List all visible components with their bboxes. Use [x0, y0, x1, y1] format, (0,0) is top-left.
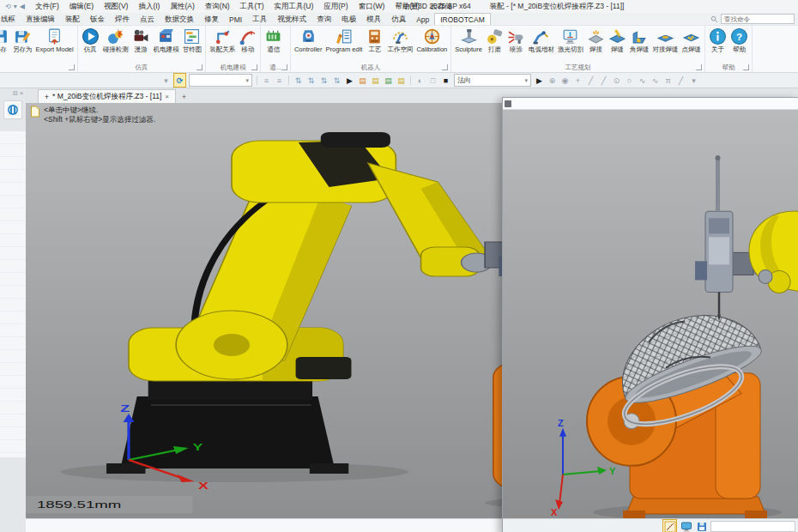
regen-icon[interactable]: ⟳: [173, 73, 186, 88]
sheet-list-icon[interactable]: ▤: [370, 74, 381, 87]
dock-icon[interactable]: ⊟: [13, 90, 18, 97]
align-icon[interactable]: ⇅: [331, 74, 342, 87]
dropdown-caret-icon[interactable]: ▾: [14, 3, 17, 10]
workspace-button[interactable]: 工作空间: [385, 27, 414, 53]
tab-assembly[interactable]: 装配: [60, 13, 85, 25]
tab-inquire[interactable]: 查询: [311, 13, 336, 25]
monitor-icon[interactable]: [680, 520, 692, 532]
menu-insert[interactable]: 插入(I): [133, 2, 165, 12]
undo-icon[interactable]: ⟲: [5, 3, 11, 10]
tab-simulation[interactable]: 仿真: [386, 13, 411, 25]
butt-weld-button[interactable]: 对接焊缝: [650, 27, 680, 53]
point-icon[interactable]: ⊕: [547, 74, 558, 87]
tab-irobotcam[interactable]: IROBOTCAM: [434, 13, 490, 25]
list-icon[interactable]: ≡: [261, 74, 272, 87]
menu-attribute[interactable]: 属性(A): [165, 2, 199, 12]
menu-file[interactable]: 文件(F): [30, 2, 64, 12]
tab-data-exchange[interactable]: 数据交换: [160, 13, 199, 25]
group-expander[interactable]: [69, 64, 75, 70]
document-tab[interactable]: + * M_20iB变位机焊接程序.Z3 - [11] ×: [38, 89, 176, 103]
spline-icon[interactable]: ∿: [650, 74, 661, 87]
secondary-window-titlebar[interactable]: [503, 98, 798, 110]
mechatronics-button[interactable]: 机电建模: [152, 27, 181, 53]
align-icon[interactable]: ⇅: [293, 74, 304, 87]
collision-check-button[interactable]: 碰撞检测: [101, 27, 130, 53]
new-tab-button[interactable]: +: [176, 90, 192, 103]
plus-icon[interactable]: +: [572, 74, 583, 87]
search-input[interactable]: [721, 14, 795, 24]
move-button[interactable]: 移动: [237, 27, 258, 53]
close-icon[interactable]: ×: [20, 90, 23, 97]
color-swatch-icon[interactable]: ■: [440, 74, 451, 87]
close-tab-icon[interactable]: ×: [165, 93, 169, 100]
menu-window[interactable]: 窗口(W): [354, 2, 390, 12]
controller-button[interactable]: Controller: [293, 27, 324, 53]
group-expander[interactable]: [281, 64, 287, 70]
align-icon[interactable]: ⇅: [305, 74, 317, 87]
manager-toggle-button[interactable]: [3, 100, 22, 119]
sheet-list-icon[interactable]: ▤: [357, 74, 368, 87]
tab-sheet-metal[interactable]: 钣金: [85, 13, 110, 25]
target-icon[interactable]: ◉: [559, 74, 571, 87]
list-icon[interactable]: ≡: [274, 74, 285, 87]
program-edit-button[interactable]: Program edit: [323, 27, 364, 53]
menu-utilities[interactable]: 实用工具(U): [269, 2, 318, 12]
filter-combobox[interactable]: ▾: [189, 74, 252, 87]
sheet-list-icon[interactable]: ▤: [396, 74, 407, 87]
group-expander[interactable]: [251, 64, 257, 70]
group-expander[interactable]: [696, 64, 702, 70]
group-expander[interactable]: [442, 64, 448, 70]
group-expander[interactable]: [196, 64, 203, 70]
tab-electrode[interactable]: 电极: [336, 13, 361, 25]
dropdown-caret-icon[interactable]: ▾: [160, 74, 172, 87]
group-expander[interactable]: [743, 64, 749, 70]
tab-weldment[interactable]: 焊件: [110, 13, 135, 25]
ruler-icon[interactable]: [662, 519, 677, 532]
process-button[interactable]: 工艺: [364, 27, 385, 53]
simulate-button[interactable]: 仿真: [80, 27, 101, 53]
orientation-combobox[interactable]: 法向▾: [454, 74, 531, 87]
sculpture-button[interactable]: Sculpture: [453, 27, 484, 53]
tab-point-cloud[interactable]: 点云: [135, 13, 160, 25]
line-icon[interactable]: ╱: [675, 74, 686, 87]
line-icon[interactable]: ╱: [585, 74, 596, 87]
line-icon[interactable]: ╱: [598, 74, 609, 87]
laser-cut-button[interactable]: 激光切割: [556, 27, 585, 53]
history-icon[interactable]: ◐: [414, 74, 426, 87]
gantt-chart-button[interactable]: 甘特图: [181, 27, 204, 53]
curve-icon[interactable]: π: [662, 74, 674, 87]
fillet-weld-button[interactable]: 角焊缝: [628, 27, 651, 53]
align-icon[interactable]: ⇅: [318, 74, 329, 87]
export-model-button[interactable]: Export Model: [34, 27, 76, 53]
assembly-relation-button[interactable]: 装配关系: [208, 27, 237, 53]
sheet-list-icon[interactable]: ▤: [383, 74, 394, 87]
dropdown-caret-icon[interactable]: ▾: [688, 74, 699, 87]
secondary-viewport[interactable]: Z Y X: [503, 110, 798, 518]
menu-view[interactable]: 视图(V): [99, 2, 133, 12]
communication-button[interactable]: 通信: [263, 27, 284, 53]
tab-direct-edit[interactable]: 直接编辑: [21, 13, 60, 25]
welding-button[interactable]: 焊接: [585, 27, 607, 53]
collapse-icon[interactable]: ◀: [20, 3, 25, 10]
about-button[interactable]: 关于: [707, 27, 728, 53]
menu-edit[interactable]: 编辑(E): [64, 2, 99, 12]
spray-button[interactable]: 喷涂: [505, 27, 527, 53]
tab-repair[interactable]: 修复: [199, 13, 224, 25]
calibration-button[interactable]: Calibration: [414, 27, 449, 53]
tab-visualize[interactable]: 视觉样式: [272, 13, 311, 25]
pick-icon[interactable]: ▶: [344, 74, 355, 87]
tab-tools[interactable]: 工具: [247, 13, 272, 25]
secondary-3d-scene[interactable]: Z Y X: [503, 110, 798, 518]
help-button[interactable]: ? 帮助: [728, 27, 750, 53]
arc-additive-button[interactable]: 电弧增材: [527, 27, 556, 53]
save-as-button[interactable]: 另存为: [11, 27, 34, 53]
tab-app[interactable]: App: [411, 13, 434, 25]
save-view-icon[interactable]: [695, 520, 708, 532]
robot-arm[interactable]: [106, 132, 492, 474]
walkthrough-button[interactable]: 漫游: [130, 27, 152, 53]
tab-wireframe[interactable]: 线框: [0, 13, 21, 25]
menu-inquire[interactable]: 查询(N): [200, 2, 235, 12]
circle-icon[interactable]: ⊙: [611, 74, 622, 87]
clip-icon[interactable]: □: [427, 74, 438, 87]
tab-pmi[interactable]: PMI: [224, 13, 247, 25]
